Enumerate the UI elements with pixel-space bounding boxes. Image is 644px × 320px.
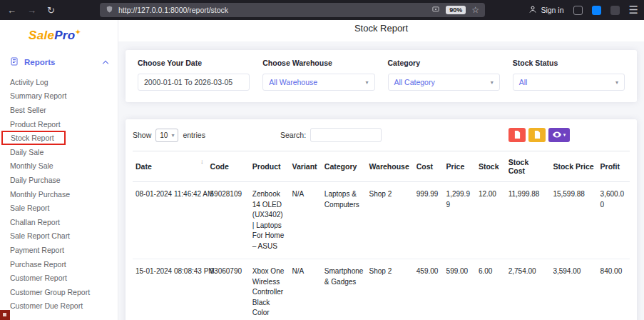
bookmark-star-icon[interactable]: ☆ (471, 5, 479, 15)
column-header-stock[interactable]: Stock (476, 151, 506, 182)
chevron-down-icon: ▾ (563, 132, 566, 138)
cell-stock-price: 3,594.00 (550, 259, 597, 320)
cell-stock: 12.00 (476, 182, 506, 259)
column-visibility-button[interactable]: ▾ (548, 128, 570, 142)
cell-profit: 3,600.00 (598, 182, 630, 259)
app-icon[interactable] (610, 6, 620, 15)
stock-status-select-value: All (519, 78, 528, 86)
sidebar-item-activity-log[interactable]: Activity Log (0, 75, 118, 89)
sort-desc-icon: ↓ (200, 158, 204, 165)
column-header-stock-price[interactable]: Stock Price (550, 151, 597, 182)
csv-file-icon (534, 131, 541, 140)
pdf-export-button[interactable] (508, 128, 526, 142)
table-header-row: Date ↓ Code Product Variant Category War… (133, 151, 630, 182)
sidebar-item-challan-report[interactable]: Challan Report (0, 215, 118, 229)
screenshot-icon[interactable] (431, 4, 440, 16)
stock-report-table: Date ↓ Code Product Variant Category War… (133, 151, 630, 320)
extension-icon[interactable] (592, 6, 601, 15)
forward-icon[interactable]: → (27, 5, 36, 16)
column-header-price[interactable]: Price (444, 151, 476, 182)
cell-category: Laptops & Computers (322, 182, 367, 259)
entries-label: entries (183, 131, 205, 139)
sidebar-item-product-report[interactable]: Product Report (0, 117, 118, 131)
date-range-value: 2000-01-01 To 2026-03-05 (144, 78, 232, 86)
sidebar-item-daily-sale[interactable]: Daily Sale (0, 145, 118, 159)
cell-warehouse: Shop 2 (367, 259, 414, 320)
launch-icon[interactable] (573, 6, 583, 15)
shield-icon[interactable] (106, 4, 113, 16)
recording-indicator (0, 310, 10, 320)
cell-warehouse: Shop 2 (367, 182, 414, 259)
cell-code: 93060790 (208, 259, 250, 320)
main-content: Stock Report Choose Your Date 2000-01-01… (118, 20, 644, 320)
warehouse-select[interactable]: All Warehouse ▾ (262, 74, 374, 91)
date-filter-label: Choose Your Date (138, 59, 250, 67)
sign-in-button[interactable]: Sign in (528, 5, 563, 15)
warehouse-select-value: All Warehouse (269, 78, 317, 86)
sign-in-label: Sign in (541, 6, 563, 14)
csv-export-button[interactable] (528, 128, 546, 142)
category-select[interactable]: All Category ▾ (388, 74, 500, 91)
page-length-select[interactable]: 10 ▾ (155, 129, 178, 142)
chevron-up-icon (103, 61, 108, 66)
column-header-variant[interactable]: Variant (290, 151, 322, 182)
sidebar-item-customer-group-report[interactable]: Customer Group Report (0, 285, 118, 299)
sidebar-item-customer-due-report[interactable]: Customer Due Report (0, 299, 118, 314)
sidebar-section-label: Reports (24, 58, 55, 66)
sidebar-item-daily-purchase[interactable]: Daily Purchase (0, 173, 118, 187)
cell-code: 59028109 (208, 182, 250, 259)
sidebar-item-monthly-purchase[interactable]: Monthly Purchase (0, 187, 118, 201)
cell-cost: 459.00 (414, 259, 444, 320)
sidebar-item-summary-report[interactable]: Summary Report (0, 89, 118, 104)
column-header-stock-cost[interactable]: Stock Cost (506, 151, 551, 182)
column-header-profit[interactable]: Profit (598, 151, 630, 182)
cell-cost: 999.99 (414, 182, 444, 259)
date-range-input[interactable]: 2000-01-01 To 2026-03-05 (138, 74, 250, 91)
sidebar-item-best-seller[interactable]: Best Seller (0, 103, 118, 117)
sidebar-item-customer-report[interactable]: Customer Report (0, 271, 118, 285)
menu-icon[interactable]: ☰ (629, 4, 638, 16)
refresh-icon[interactable]: ↻ (47, 5, 55, 16)
cell-stock-cost: 2,754.00 (506, 259, 551, 320)
chevron-down-icon: ▾ (171, 132, 174, 139)
cell-price: 1,299.99 (444, 182, 476, 259)
pdf-file-icon (514, 131, 521, 140)
sidebar-item-sale-report[interactable]: Sale Report (0, 201, 118, 215)
sidebar-section-reports[interactable]: Reports (0, 53, 118, 71)
stock-status-select[interactable]: All ▾ (513, 74, 625, 91)
filter-panel: Choose Your Date 2000-01-01 To 2026-03-0… (126, 50, 637, 102)
cell-stock: 6.00 (476, 259, 506, 320)
sidebar-item-purchase-report[interactable]: Purchase Report (0, 257, 118, 271)
table-row: 08-01-2024 11:46:42 AM 59028109 Zenbook … (133, 182, 630, 259)
table-row: 15-01-2024 08:08:43 PM 93060790 Xbox One… (133, 259, 630, 320)
back-icon[interactable]: ← (7, 5, 16, 16)
zoom-level-badge[interactable]: 90% (446, 6, 466, 14)
cell-product: Xbox One Wireless Controller Black Color (250, 259, 290, 320)
cell-date: 15-01-2024 08:08:43 PM (133, 259, 208, 320)
column-header-category[interactable]: Category (322, 151, 367, 182)
search-label: Search: (280, 131, 306, 139)
sidebar-menu: Activity Log Summary Report Best Seller … (0, 75, 118, 313)
sidebar-item-monthly-sale[interactable]: Monthly Sale (0, 159, 118, 174)
search-input[interactable] (310, 128, 382, 142)
app-logo: SalePro✦ (0, 20, 118, 43)
cell-product: Zenbook 14 OLED (UX3402) | Laptops For H… (250, 182, 290, 259)
column-header-cost[interactable]: Cost (414, 151, 444, 182)
category-select-value: All Category (394, 78, 435, 86)
column-header-product[interactable]: Product (250, 151, 290, 182)
annotation-highlight-box: Stock Report (1, 131, 66, 145)
sidebar-item-sale-report-chart[interactable]: Sale Report Chart (0, 229, 118, 244)
url-bar[interactable]: http://127.0.0.1:8000/report/stock 90% ☆ (100, 3, 485, 17)
page-length-value: 10 (160, 131, 168, 139)
sidebar-item-payment-report[interactable]: Payment Report (0, 243, 118, 257)
stock-status-filter-label: Stock Status (513, 59, 625, 67)
cell-stock-price: 15,599.88 (550, 182, 597, 259)
column-header-code[interactable]: Code (208, 151, 250, 182)
sidebar-item-stock-report[interactable]: Stock Report (0, 131, 118, 145)
browser-window: ← → ↻ http://127.0.0.1:8000/report/stock… (0, 0, 644, 320)
account-icon (528, 5, 537, 15)
column-header-date[interactable]: Date ↓ (133, 151, 208, 182)
cell-profit: 840.00 (598, 259, 630, 320)
column-header-warehouse[interactable]: Warehouse (367, 151, 414, 182)
report-table-panel: Show 10 ▾ entries Search: (126, 119, 637, 320)
